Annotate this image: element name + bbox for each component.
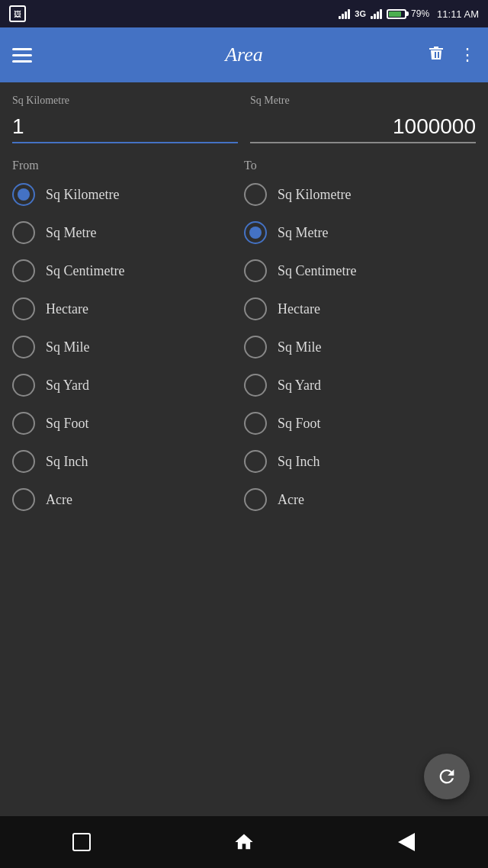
from-sq-m-label: Sq Metre	[46, 225, 97, 241]
back-icon	[398, 833, 415, 851]
to-sq-yard-label: Sq Yard	[278, 378, 321, 394]
from-sq-km-radio[interactable]	[12, 183, 35, 206]
to-sq-cm-radio[interactable]	[244, 259, 267, 282]
recents-button[interactable]	[71, 831, 92, 853]
recents-icon	[72, 833, 91, 851]
from-sq-mile-label: Sq Mile	[46, 339, 90, 355]
battery-icon	[387, 9, 406, 19]
battery-fill	[389, 11, 401, 17]
to-sq-inch-label: Sq Inch	[278, 454, 320, 470]
from-input-group: Sq Kilometre	[12, 95, 238, 143]
refresh-icon	[436, 766, 458, 787]
app-title: Area	[225, 43, 263, 66]
to-sq-mile-radio[interactable]	[244, 336, 267, 358]
refresh-fab[interactable]	[424, 754, 470, 799]
from-sq-mile[interactable]: Sq Mile	[12, 336, 244, 358]
inputs-row: Sq Kilometre Sq Metre	[12, 95, 476, 143]
from-sq-cm-radio[interactable]	[12, 259, 35, 282]
battery-percentage: 79%	[411, 8, 429, 19]
to-acre-label: Acre	[278, 492, 304, 508]
from-sq-mile-radio[interactable]	[12, 336, 35, 358]
photo-indicator: 🖼	[9, 5, 26, 22]
to-sq-km-label: Sq Kilometre	[278, 187, 352, 203]
to-sq-inch-radio[interactable]	[244, 450, 267, 473]
to-sq-centimetre[interactable]: Sq Centimetre	[244, 259, 476, 282]
to-sq-mile[interactable]: Sq Mile	[244, 336, 476, 358]
from-sq-metre[interactable]: Sq Metre	[12, 221, 244, 244]
to-column: To Sq Kilometre Sq Metre Sq Centimetre H…	[244, 159, 476, 526]
from-acre[interactable]: Acre	[12, 488, 244, 511]
main-content: Sq Kilometre Sq Metre From Sq Kilometre …	[0, 82, 488, 526]
photo-icon: 🖼	[9, 5, 26, 22]
to-hectare-radio[interactable]	[244, 297, 267, 320]
from-sq-inch[interactable]: Sq Inch	[12, 450, 244, 473]
network-label: 3G	[355, 9, 366, 18]
from-sq-foot[interactable]: Sq Foot	[12, 412, 244, 435]
to-sq-foot-label: Sq Foot	[278, 416, 321, 432]
status-bar: 🖼 3G 79% 11:11 AM	[0, 0, 488, 27]
from-hectare-radio[interactable]	[12, 297, 35, 320]
to-sq-yard[interactable]: Sq Yard	[244, 374, 476, 397]
from-sq-centimetre[interactable]: Sq Centimetre	[12, 259, 244, 282]
to-sq-metre[interactable]: Sq Metre	[244, 221, 476, 244]
to-sq-m-radio[interactable]	[244, 221, 267, 244]
from-sq-foot-radio[interactable]	[12, 412, 35, 435]
to-header: To	[244, 159, 476, 172]
from-sq-cm-label: Sq Centimetre	[46, 263, 124, 279]
from-input[interactable]	[12, 111, 238, 143]
to-acre[interactable]: Acre	[244, 488, 476, 511]
to-sq-m-label: Sq Metre	[278, 225, 329, 241]
bottom-nav	[0, 816, 488, 868]
to-sq-foot-radio[interactable]	[244, 412, 267, 435]
to-input-label: Sq Metre	[250, 95, 476, 107]
from-sq-yard-label: Sq Yard	[46, 378, 89, 394]
from-header: From	[12, 159, 244, 172]
from-input-label: Sq Kilometre	[12, 95, 238, 107]
from-sq-yard-radio[interactable]	[12, 374, 35, 397]
radio-section: From Sq Kilometre Sq Metre Sq Centimetre…	[12, 159, 476, 526]
signal-icon	[339, 8, 350, 19]
from-hectare-label: Hectare	[46, 301, 88, 317]
trash-icon[interactable]	[427, 43, 445, 66]
to-sq-mile-label: Sq Mile	[278, 339, 322, 355]
from-sq-m-radio[interactable]	[12, 221, 35, 244]
from-column: From Sq Kilometre Sq Metre Sq Centimetre…	[12, 159, 244, 526]
to-hectare[interactable]: Hectare	[244, 297, 476, 320]
from-sq-yard[interactable]: Sq Yard	[12, 374, 244, 397]
from-hectare[interactable]: Hectare	[12, 297, 244, 320]
app-bar: Area ⋮	[0, 27, 488, 82]
from-acre-radio[interactable]	[12, 488, 35, 511]
to-sq-foot[interactable]: Sq Foot	[244, 412, 476, 435]
to-sq-inch[interactable]: Sq Inch	[244, 450, 476, 473]
from-sq-kilometre[interactable]: Sq Kilometre	[12, 183, 244, 206]
from-acre-label: Acre	[46, 492, 72, 508]
app-bar-actions: ⋮	[427, 43, 476, 66]
to-sq-yard-radio[interactable]	[244, 374, 267, 397]
more-vertical-icon[interactable]: ⋮	[459, 45, 476, 65]
to-input-group: Sq Metre	[250, 95, 476, 143]
signal-icon-2	[371, 8, 382, 19]
from-sq-inch-radio[interactable]	[12, 450, 35, 473]
time-display: 11:11 AM	[437, 8, 479, 20]
to-input[interactable]	[250, 111, 476, 143]
from-sq-foot-label: Sq Foot	[46, 416, 89, 432]
status-bar-right: 3G 79% 11:11 AM	[339, 8, 479, 20]
back-button[interactable]	[396, 831, 417, 853]
from-sq-km-label: Sq Kilometre	[46, 187, 120, 203]
to-hectare-label: Hectare	[278, 301, 320, 317]
to-acre-radio[interactable]	[244, 488, 267, 511]
hamburger-menu-icon[interactable]	[12, 48, 32, 63]
to-sq-cm-label: Sq Centimetre	[278, 263, 356, 279]
from-sq-inch-label: Sq Inch	[46, 454, 88, 470]
home-button[interactable]	[233, 831, 255, 853]
home-icon	[233, 831, 255, 853]
to-sq-kilometre[interactable]: Sq Kilometre	[244, 183, 476, 206]
to-sq-km-radio[interactable]	[244, 183, 267, 206]
